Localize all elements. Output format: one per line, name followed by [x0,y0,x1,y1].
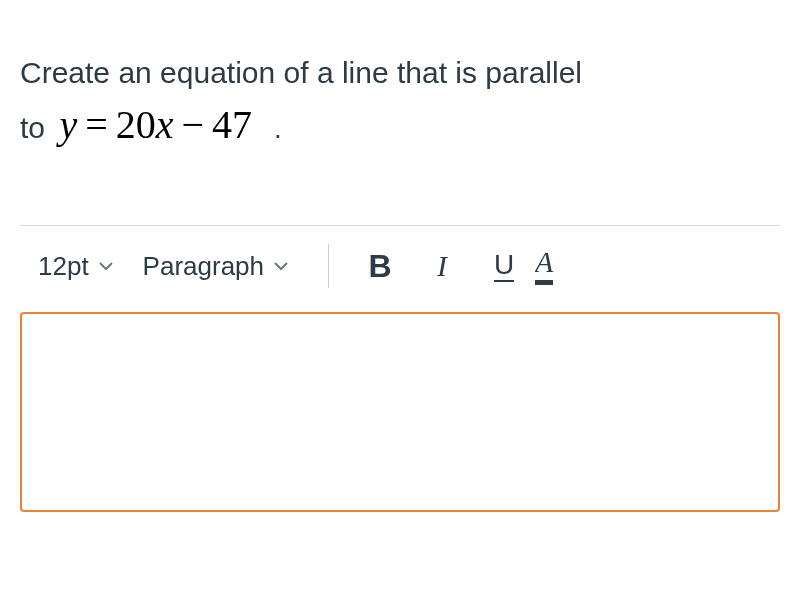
question-period: . [274,113,282,144]
text-color-button[interactable]: A [535,244,559,288]
bold-button[interactable]: B [349,244,411,288]
toolbar-separator [328,244,329,288]
chevron-down-icon [97,257,115,275]
paragraph-dropdown[interactable]: Paragraph [143,251,290,282]
question-line2-prefix: to [20,111,45,144]
paragraph-label: Paragraph [143,251,264,282]
rich-text-editor[interactable] [20,312,780,512]
format-button-group: B I U A [349,244,559,288]
italic-button[interactable]: I [411,244,473,288]
font-size-dropdown[interactable]: 12pt [38,251,115,282]
question-prompt: Create an equation of a line that is par… [0,0,800,185]
question-line1: Create an equation of a line that is par… [20,56,582,89]
equation: y=20x−47 [53,102,268,147]
font-size-label: 12pt [38,251,89,282]
chevron-down-icon [272,257,290,275]
editor-toolbar: 12pt Paragraph B I U A [0,226,800,306]
color-bar-icon [535,280,553,285]
question-text: Create an equation of a line that is par… [20,50,780,155]
underline-button[interactable]: U [473,244,535,288]
